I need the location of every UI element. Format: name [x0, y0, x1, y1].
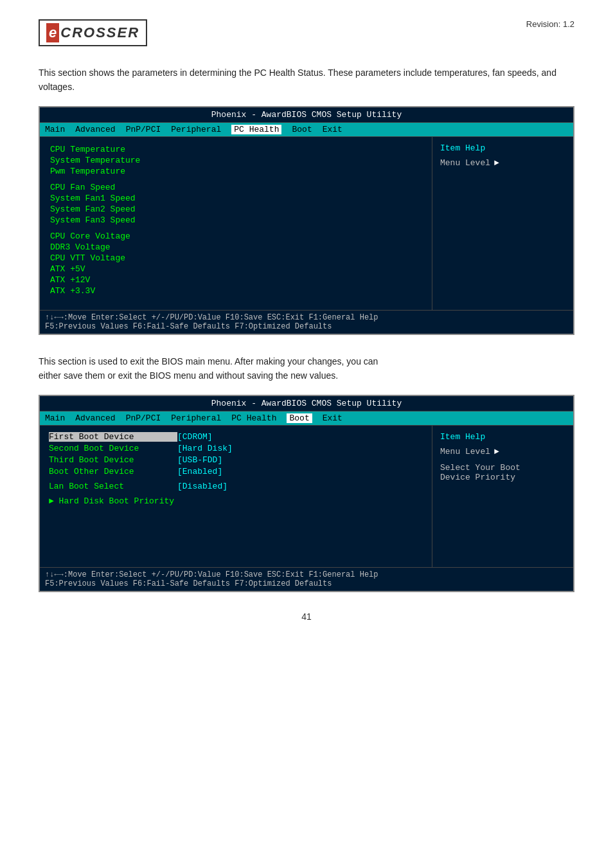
bios2-lan-boot-label[interactable]: Lan Boot Select	[49, 482, 177, 491]
bios1-menu-level: Menu Level ►	[440, 158, 565, 168]
section2-text2: either save them or exit the BIOS menu a…	[39, 370, 338, 381]
revision-text: Revision: 1.2	[526, 19, 574, 29]
bios2-left-panel: First Boot Device [CDROM] Second Boot De…	[40, 426, 432, 567]
bios2-hard-disk-priority[interactable]: ► Hard Disk Boot Priority	[49, 496, 423, 506]
bios1-atx-33v: ATX +3.3V	[50, 286, 422, 296]
bios1-footer-line2: F5:Previous Values F6:Fail-Safe Defaults…	[45, 322, 568, 331]
bios2-menu-advanced[interactable]: Advanced	[75, 413, 115, 423]
bios2-footer: ↑↓←→:Move Enter:Select +/-/PU/PD:Value F…	[40, 567, 573, 591]
bios1-fan3: System Fan3 Speed	[50, 215, 422, 225]
bios2-footer-line2: F5:Previous Values F6:Fail-Safe Defaults…	[45, 579, 568, 588]
bios1-cpu-vtt-v: CPU VTT Voltage	[50, 253, 422, 263]
bios2-second-boot-value: [Hard Disk]	[177, 444, 233, 453]
bios2-menu-main[interactable]: Main	[45, 413, 65, 423]
bios1-voltage-group: CPU Core Voltage DDR3 Voltage CPU VTT Vo…	[50, 231, 422, 296]
bios2-content: First Boot Device [CDROM] Second Boot De…	[40, 426, 573, 567]
bios2-boot-other-label[interactable]: Boot Other Device	[49, 467, 177, 476]
bios2-third-boot-label[interactable]: Third Boot Device	[49, 455, 177, 465]
bios2-menu-exit[interactable]: Exit	[323, 413, 342, 423]
bios1-sys-temp: System Temperature	[50, 156, 422, 165]
header: e CROSSER Revision: 1.2	[39, 19, 574, 46]
section2-text: This section is used to exit the BIOS ma…	[39, 354, 574, 383]
bios1-footer-line1: ↑↓←→:Move Enter:Select +/-/PU/PD:Value F…	[45, 313, 568, 322]
bios2-third-boot-value: [USB-FDD]	[177, 455, 222, 465]
bios1-menu-pchealth[interactable]: PC Health	[231, 125, 281, 134]
bios1-menu-pnppci[interactable]: PnP/PCI	[126, 125, 161, 134]
bios2-first-boot-label[interactable]: First Boot Device	[49, 432, 177, 442]
bios2-menu-pnppci[interactable]: PnP/PCI	[126, 413, 161, 423]
bios1-fan-group: CPU Fan Speed System Fan1 Speed System F…	[50, 183, 422, 225]
bios1-arrow: ►	[494, 158, 499, 168]
page-number: 41	[39, 611, 574, 622]
logo-e-letter: e	[46, 23, 59, 42]
bios2-menu-peripheral[interactable]: Peripheral	[171, 413, 221, 423]
bios1-menu-advanced[interactable]: Advanced	[75, 125, 115, 134]
bios2-right-panel: Item Help Menu Level ► Select Your Boot …	[432, 426, 573, 567]
bios1-menu-main[interactable]: Main	[45, 125, 65, 134]
logo: e CROSSER	[39, 19, 147, 46]
bios1-footer: ↑↓←→:Move Enter:Select +/-/PU/PD:Value F…	[40, 310, 573, 334]
bios1-fan1: System Fan1 Speed	[50, 194, 422, 203]
bios1-menu-boot[interactable]: Boot	[292, 125, 312, 134]
bios2-menu-pchealth[interactable]: PC Health	[231, 413, 276, 423]
bios1-atx-12v: ATX +12V	[50, 275, 422, 285]
bios1-item-help-title: Item Help	[440, 143, 565, 153]
bios2-footer-line1: ↑↓←→:Move Enter:Select +/-/PU/PD:Value F…	[45, 570, 568, 579]
bios1-right-panel: Item Help Menu Level ►	[432, 137, 573, 310]
bios1-content: CPU Temperature System Temperature Pwm T…	[40, 137, 573, 310]
bios1-pwm-temp: Pwm Temperature	[50, 167, 422, 176]
bios1-left-panel: CPU Temperature System Temperature Pwm T…	[40, 137, 432, 310]
bios2-boot-items: First Boot Device [CDROM] Second Boot De…	[49, 432, 423, 491]
bios-box-2: Phoenix - AwardBIOS CMOS Setup Utility M…	[39, 395, 574, 592]
bios1-fan2: System Fan2 Speed	[50, 204, 422, 214]
bios2-lan-boot-value: [Disabled]	[177, 482, 227, 491]
bios2-boot-other-value: [Enabled]	[177, 467, 222, 476]
bios1-menu-bar: Main Advanced PnP/PCI Peripheral PC Heal…	[40, 123, 573, 137]
bios1-temp-group: CPU Temperature System Temperature Pwm T…	[50, 145, 422, 176]
bios2-third-boot: Third Boot Device [USB-FDD]	[49, 455, 423, 465]
bios2-second-boot: Second Boot Device [Hard Disk]	[49, 444, 423, 453]
bios2-lan-boot: Lan Boot Select [Disabled]	[49, 482, 423, 491]
bios2-menu-level: Menu Level ►	[440, 447, 565, 457]
bios1-atx-5v: ATX +5V	[50, 264, 422, 274]
bios2-menu-bar: Main Advanced PnP/PCI Peripheral PC Heal…	[40, 411, 573, 426]
logo-text: CROSSER	[60, 24, 139, 41]
bios1-title: Phoenix - AwardBIOS CMOS Setup Utility	[40, 107, 573, 123]
bios2-boot-other: Boot Other Device [Enabled]	[49, 467, 423, 476]
bios2-menu-boot[interactable]: Boot	[287, 413, 312, 423]
page: e CROSSER Revision: 1.2 This section sho…	[0, 0, 613, 868]
bios2-second-boot-label[interactable]: Second Boot Device	[49, 444, 177, 453]
bios1-menu-peripheral[interactable]: Peripheral	[171, 125, 221, 134]
bios2-first-boot-value: [CDROM]	[177, 432, 213, 442]
bios-box-1: Phoenix - AwardBIOS CMOS Setup Utility M…	[39, 106, 574, 335]
section2-text1: This section is used to exit the BIOS ma…	[39, 356, 378, 366]
bios1-cpu-temp: CPU Temperature	[50, 145, 422, 154]
section1-text: This section shows the parameters in det…	[39, 66, 574, 95]
bios2-arrow: ►	[494, 447, 499, 457]
bios2-item-help-title: Item Help	[440, 432, 565, 442]
bios1-cpu-fan: CPU Fan Speed	[50, 183, 422, 192]
bios1-cpu-core-v: CPU Core Voltage	[50, 231, 422, 241]
bios2-title: Phoenix - AwardBIOS CMOS Setup Utility	[40, 396, 573, 411]
bios1-menu-exit[interactable]: Exit	[323, 125, 342, 134]
bios2-first-boot: First Boot Device [CDROM]	[49, 432, 423, 442]
bios2-right-extra1: Select Your Boot Device Priority	[440, 463, 565, 482]
bios1-ddr3-v: DDR3 Voltage	[50, 242, 422, 252]
